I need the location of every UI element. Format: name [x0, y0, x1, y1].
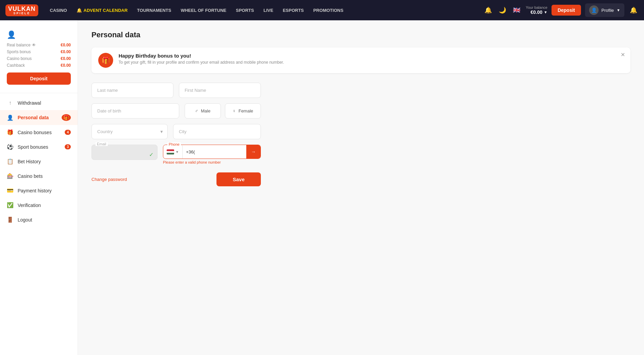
- sidebar-item-label: Casino bets: [18, 173, 43, 179]
- personal-data-icon: 👤: [7, 114, 14, 121]
- nav-casino[interactable]: CASINO: [46, 8, 70, 13]
- sidebar-item-label: Logout: [18, 217, 32, 223]
- dark-mode-icon[interactable]: 🌙: [497, 5, 507, 15]
- notifications-icon[interactable]: 🔔: [483, 5, 493, 15]
- dob-gender-row: ♂ Male ♀ Female: [91, 103, 261, 119]
- logout-icon: 🚪: [7, 216, 14, 223]
- first-name-input[interactable]: [179, 83, 261, 98]
- sidebar-item-logout[interactable]: 🚪 Logout: [0, 212, 78, 227]
- real-balance-row: Real balance 👁 €0.00: [7, 43, 71, 47]
- casino-bets-icon: 🎰: [7, 173, 14, 179]
- sports-bonus-amount: €0.00: [61, 49, 71, 54]
- city-input[interactable]: [173, 124, 261, 139]
- male-gender-button[interactable]: ♂ Male: [185, 103, 221, 119]
- sidebar-item-payment-history[interactable]: 💳 Payment history: [0, 183, 78, 198]
- nav-esports[interactable]: ESPORTS: [279, 8, 307, 13]
- casino-bonuses-badge: 4: [65, 130, 71, 135]
- content-area: Personal data 🎁 Happy Birthday bonus to …: [78, 20, 644, 355]
- country-select[interactable]: Country: [91, 124, 168, 139]
- sidebar-item-label: Sport bonuses: [18, 144, 48, 150]
- phone-submit-button[interactable]: →: [246, 145, 261, 159]
- personal-data-gift-badge: 🎁: [62, 114, 71, 121]
- sports-bonus-label: Sports bonus: [7, 49, 31, 54]
- sport-bonuses-badge: 3: [65, 144, 71, 149]
- real-balance-amount: €0.00: [61, 43, 71, 47]
- payment-history-icon: 💳: [7, 187, 14, 194]
- phone-wrapper: Phone ▼ →: [163, 145, 261, 159]
- nav-right-area: 🔔 🌙 🇬🇧 Your balance €0.00 ▼ Deposit 👤 Pr…: [483, 3, 639, 17]
- phone-label: Phone: [167, 142, 181, 146]
- nav-live[interactable]: LIVE: [260, 8, 277, 13]
- sidebar-item-personal-data[interactable]: 👤 Personal data 🎁: [0, 110, 78, 125]
- real-balance-label: Real balance 👁: [7, 43, 36, 47]
- email-input[interactable]: [91, 145, 158, 160]
- cashback-row: Cashback €0.00: [7, 63, 71, 68]
- balance-amount: €0.00 ▼: [531, 9, 547, 15]
- name-row: [91, 83, 261, 98]
- sidebar-item-casino-bets[interactable]: 🎰 Casino bets: [0, 169, 78, 183]
- sidebar-item-bet-history[interactable]: 📋 Bet History: [0, 154, 78, 169]
- personal-data-form: ♂ Male ♀ Female Country ▼: [91, 83, 261, 186]
- sidebar-item-withdrawal[interactable]: ↑ Withdrawal: [0, 96, 78, 110]
- casino-bonus-amount: €0.00: [61, 56, 71, 61]
- sidebar-item-label: Withdrawal: [18, 100, 41, 106]
- change-password-link[interactable]: Change password: [91, 177, 127, 182]
- phone-country-selector[interactable]: ▼: [163, 145, 183, 159]
- header-deposit-button[interactable]: Deposit: [552, 5, 581, 16]
- cashback-label: Cashback: [7, 63, 25, 68]
- profile-button[interactable]: 👤 Profile ▼: [585, 3, 624, 17]
- language-icon[interactable]: 🇬🇧: [512, 5, 522, 15]
- logo-bottom: SPIELE: [13, 12, 30, 15]
- email-wrapper: Email ✓: [91, 145, 158, 164]
- nav-tournaments[interactable]: TOURNAMENTS: [134, 8, 175, 13]
- casino-bonuses-icon: 🎁: [7, 129, 14, 135]
- bet-history-icon: 📋: [7, 158, 14, 165]
- nav-advent[interactable]: 🔔 ADVENT CALENDAR: [73, 8, 131, 13]
- form-actions: Change password Save: [91, 172, 261, 186]
- email-label: Email: [96, 142, 108, 146]
- dob-input[interactable]: [91, 103, 179, 119]
- phone-number-input[interactable]: [183, 145, 246, 159]
- country-wrapper: Country ▼: [91, 124, 168, 139]
- alerts-icon[interactable]: 🔔: [628, 5, 639, 15]
- email-phone-row: Email ✓ Phone: [91, 145, 261, 164]
- balance-dropdown-icon[interactable]: ▼: [544, 10, 547, 14]
- birthday-subtitle: To get your gift, fill in your profile a…: [119, 60, 284, 65]
- casino-bonus-row: Casino bonus €0.00: [7, 56, 71, 61]
- sidebar-item-label: Casino bonuses: [18, 130, 51, 135]
- main-layout: 👤 Real balance 👁 €0.00 Sports bonus €0.0…: [0, 20, 644, 355]
- nav-promotions[interactable]: PROMOTIONS: [310, 8, 347, 13]
- sidebar-item-label: Bet History: [18, 159, 41, 164]
- hungary-flag: [167, 149, 174, 154]
- nav-sports[interactable]: SPORTS: [232, 8, 257, 13]
- email-check-icon: ✓: [149, 151, 153, 158]
- balance-label: Your balance: [526, 5, 547, 9]
- sidebar-item-casino-bonuses[interactable]: 🎁 Casino bonuses 4: [0, 125, 78, 140]
- logo-top: VULKAN: [8, 6, 36, 12]
- sidebar-item-label: Verification: [18, 203, 41, 208]
- sidebar-user-section: 👤 Real balance 👁 €0.00 Sports bonus €0.0…: [0, 27, 78, 90]
- phone-inner: ▼ →: [163, 145, 261, 159]
- phone-error-message: Please enter a valid phone number: [163, 160, 261, 164]
- eye-icon[interactable]: 👁: [32, 43, 36, 47]
- birthday-text: Happy Birthday bonus to you! To get your…: [119, 53, 284, 65]
- sidebar-item-sport-bonuses[interactable]: ⚽ Sport bonuses 3: [0, 140, 78, 154]
- birthday-title: Happy Birthday bonus to you!: [119, 53, 284, 59]
- female-icon: ♀: [232, 108, 236, 113]
- male-icon: ♂: [195, 108, 198, 113]
- birthday-banner: 🎁 Happy Birthday bonus to you! To get yo…: [91, 47, 630, 73]
- sidebar-deposit-button[interactable]: Deposit: [7, 72, 71, 85]
- sport-bonuses-icon: ⚽: [7, 144, 14, 150]
- nav-wheel[interactable]: WHEEL OF FORTUNE: [177, 8, 230, 13]
- phone-area: Phone ▼ →: [163, 145, 261, 164]
- country-city-row: Country ▼: [91, 124, 261, 139]
- withdrawal-icon: ↑: [7, 100, 14, 106]
- sidebar-item-verification[interactable]: ✅ Verification: [0, 198, 78, 212]
- last-name-input[interactable]: [91, 83, 173, 98]
- logo[interactable]: VULKAN SPIELE: [5, 4, 38, 16]
- sidebar-item-label: Personal data: [18, 115, 49, 120]
- banner-close-button[interactable]: ✕: [621, 51, 625, 58]
- female-gender-button[interactable]: ♀ Female: [225, 103, 261, 119]
- casino-bonus-label: Casino bonus: [7, 56, 32, 61]
- save-button[interactable]: Save: [216, 172, 261, 186]
